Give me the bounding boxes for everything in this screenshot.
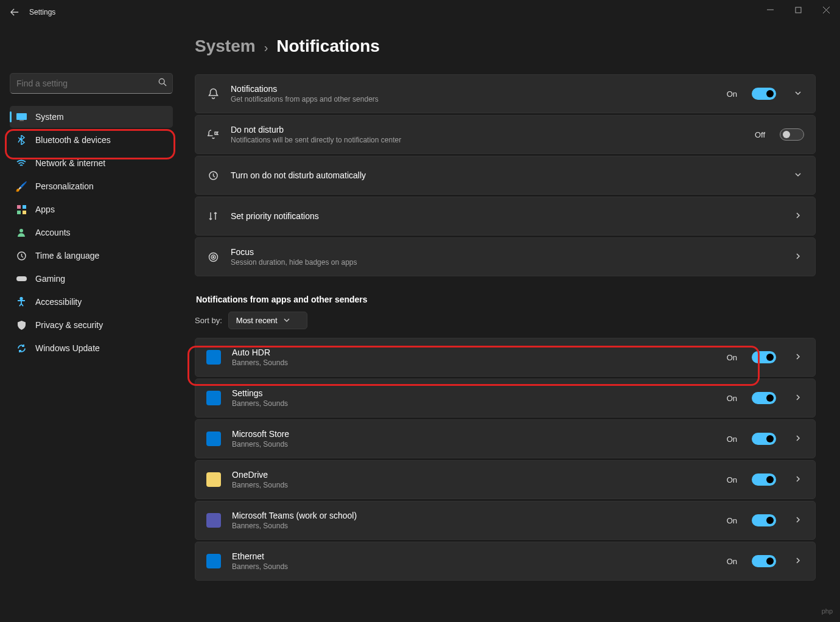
watermark: php: [822, 607, 833, 615]
sidebar-item-privacy-security[interactable]: Privacy & security: [10, 314, 173, 336]
app-microsoft-store[interactable]: Microsoft StoreBanners, SoundsOn: [195, 419, 816, 458]
back-button[interactable]: [5, 2, 24, 22]
sidebar-item-label: Network & internet: [35, 158, 105, 168]
sidebar-item-bluetooth-devices[interactable]: Bluetooth & devices: [10, 129, 173, 151]
sidebar-item-system[interactable]: System: [10, 106, 173, 128]
setting-turn-on-do-not-disturb-automatically[interactable]: Turn on do not disturb automatically: [195, 156, 816, 195]
apps-section-heading: Notifications from apps and other sender…: [196, 295, 816, 304]
app-name: Microsoft Teams (work or school): [232, 511, 716, 520]
app-name: Ethernet: [232, 551, 716, 561]
sidebar-item-gaming[interactable]: Gaming: [10, 268, 173, 290]
svg-rect-8: [17, 205, 21, 209]
app-name: Auto HDR: [232, 348, 716, 357]
app-icon: [206, 350, 221, 365]
bell-icon: [206, 87, 220, 100]
priority-icon: [206, 209, 220, 223]
chevron-right-icon: [792, 211, 804, 222]
app-icon: [206, 513, 221, 528]
app-microsoft-teams-work-or-school-[interactable]: Microsoft Teams (work or school)Banners,…: [195, 501, 816, 540]
app-icon: [206, 554, 221, 568]
chevron-right-icon: [792, 393, 804, 404]
card-title: Set priority notifications: [231, 211, 776, 221]
chevron-right-icon: [792, 515, 804, 526]
sidebar-item-label: Accounts: [35, 228, 71, 237]
svg-rect-9: [23, 205, 26, 209]
window-title: Settings: [29, 8, 55, 16]
svg-rect-11: [23, 211, 26, 214]
close-button[interactable]: [812, 0, 840, 19]
main-content: System › Notifications NotificationsGet …: [183, 24, 840, 622]
focus-icon: [206, 250, 220, 264]
wifi-icon: [16, 158, 27, 169]
gamepad-icon: [16, 273, 27, 284]
breadcrumb-parent[interactable]: System: [195, 37, 256, 56]
sort-value: Most recent: [236, 316, 278, 325]
svg-rect-6: [16, 113, 27, 120]
clock-icon: [206, 169, 220, 182]
toggle-state: On: [727, 353, 737, 362]
setting-set-priority-notifications[interactable]: Set priority notifications: [195, 197, 816, 236]
toggle-switch[interactable]: [752, 88, 776, 100]
toggle-switch[interactable]: [752, 514, 776, 526]
update-icon: [16, 343, 27, 354]
app-sub: Banners, Sounds: [232, 562, 716, 571]
breadcrumb: System › Notifications: [195, 37, 816, 56]
card-title: Do not disturb: [231, 125, 744, 135]
minimize-button[interactable]: [756, 0, 784, 19]
card-title: Notifications: [231, 84, 716, 94]
sidebar-item-label: Gaming: [35, 274, 65, 284]
app-sub: Banners, Sounds: [232, 399, 716, 408]
toggle-switch[interactable]: [780, 128, 804, 141]
sidebar-item-apps[interactable]: Apps: [10, 198, 173, 220]
toggle-switch[interactable]: [752, 433, 776, 445]
toggle-switch[interactable]: [752, 351, 776, 363]
search-input[interactable]: [10, 73, 173, 94]
svg-rect-10: [17, 211, 21, 214]
sidebar-item-time-language[interactable]: Time & language: [10, 245, 173, 267]
card-sub: Session duration, hide badges on apps: [231, 258, 776, 267]
chevron-right-icon: [792, 352, 804, 363]
sidebar-item-windows-update[interactable]: Windows Update: [10, 337, 173, 359]
app-name: OneDrive: [232, 470, 716, 480]
sidebar-item-personalization[interactable]: 🖌️Personalization: [10, 175, 173, 197]
sidebar-item-label: Personalization: [35, 181, 94, 191]
chevron-right-icon: [792, 474, 804, 485]
sidebar-item-label: System: [35, 112, 64, 122]
svg-line-5: [164, 83, 166, 86]
brush-icon: 🖌️: [16, 181, 27, 192]
toggle-state: On: [727, 89, 737, 99]
app-icon: [206, 472, 221, 487]
app-sub: Banners, Sounds: [232, 440, 716, 449]
accessibility-icon: [16, 296, 27, 307]
svg-point-12: [19, 229, 23, 232]
sidebar-item-label: Windows Update: [35, 343, 100, 353]
setting-focus[interactable]: FocusSession duration, hide badges on ap…: [195, 237, 816, 276]
toggle-switch[interactable]: [752, 473, 776, 486]
toggle-switch[interactable]: [752, 555, 776, 567]
chevron-right-icon: [792, 251, 804, 262]
dnd-icon: [206, 128, 220, 141]
chevron-down-icon: [792, 88, 804, 99]
setting-do-not-disturb[interactable]: Do not disturbNotifications will be sent…: [195, 115, 816, 154]
sidebar-item-accessibility[interactable]: Accessibility: [10, 291, 173, 313]
app-name: Settings: [232, 388, 716, 398]
sidebar-item-accounts[interactable]: Accounts: [10, 222, 173, 243]
chevron-down-icon: [284, 316, 290, 325]
svg-point-4: [159, 79, 164, 84]
sort-dropdown[interactable]: Most recent: [228, 312, 307, 329]
app-onedrive[interactable]: OneDriveBanners, SoundsOn: [195, 460, 816, 499]
card-title: Turn on do not disturb automatically: [231, 170, 776, 180]
card-sub: Notifications will be sent directly to n…: [231, 136, 744, 144]
app-ethernet[interactable]: EthernetBanners, SoundsOn: [195, 542, 816, 581]
sidebar-item-network-internet[interactable]: Network & internet: [10, 152, 173, 174]
toggle-state: On: [727, 557, 737, 566]
maximize-button[interactable]: [784, 0, 812, 19]
setting-notifications[interactable]: NotificationsGet notifications from apps…: [195, 74, 816, 113]
svg-point-19: [212, 256, 214, 257]
app-auto-hdr[interactable]: Auto HDRBanners, SoundsOn: [195, 338, 816, 377]
toggle-switch[interactable]: [752, 392, 776, 404]
clock-icon: [16, 250, 27, 261]
toggle-state: On: [727, 475, 737, 484]
app-settings[interactable]: SettingsBanners, SoundsOn: [195, 379, 816, 418]
svg-rect-14: [16, 276, 27, 281]
